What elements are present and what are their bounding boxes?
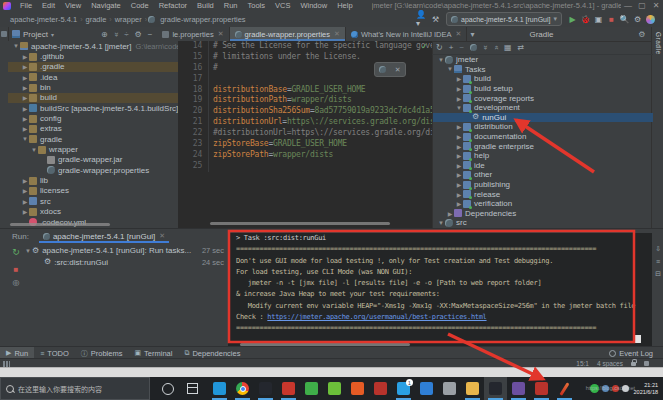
gradle-refresh-icon[interactable]: ↻ — [436, 43, 443, 52]
console-clear-icon[interactable]: ⊟ — [655, 270, 661, 278]
tree-item-documentation[interactable]: ▶documentation — [433, 132, 653, 142]
menu-code[interactable]: Code — [126, 1, 154, 10]
editor-floating-widget[interactable]: ✕ — [374, 62, 406, 77]
cortana-button[interactable] — [162, 383, 174, 395]
tree-item-ide[interactable]: ▶ide — [433, 161, 653, 171]
tree-chevron-icon[interactable]: ▶ — [455, 181, 463, 188]
tree-item-buildsrc-apache-jmeter-5-4-1-buildsrc-[interactable]: ▶buildSrc [apache-jmeter-5.4.1.buildSrc] — [8, 103, 178, 113]
readonly-lock-icon[interactable] — [631, 362, 636, 366]
settings-gear-icon[interactable]: ⚙ — [631, 13, 644, 25]
tree-item-dependencies[interactable]: ▶Dependencies — [433, 209, 653, 219]
tree-item-tasks[interactable]: ▼Tasks — [433, 65, 653, 75]
maximize-button[interactable]: ▢ — [635, 1, 649, 10]
inspections-ok-icon[interactable]: ✓ — [421, 42, 428, 51]
taskbar-app-tim-messenger[interactable]: 1 — [392, 377, 415, 400]
code-with-me-icon[interactable] — [644, 13, 657, 25]
search-everywhere-icon[interactable]: 🔍 — [618, 13, 631, 25]
tree-item-build-setup[interactable]: ▶build setup — [433, 84, 653, 94]
tree-item-distribution[interactable]: ▶distribution — [433, 122, 653, 132]
taskbar-app-red-spiral[interactable] — [277, 377, 300, 400]
tree-item-gradle-enterprise[interactable]: ▶gradle enterprise — [433, 141, 653, 151]
tree-chevron-icon[interactable]: ▶ — [21, 53, 29, 60]
taskbar-app-explorer[interactable] — [461, 377, 484, 400]
rerun-icon[interactable]: ↻ — [12, 247, 20, 257]
project-hscrollbar[interactable] — [10, 223, 110, 226]
gradle-expand-all-icon[interactable]: » — [481, 45, 490, 49]
tab-le-properties[interactable]: le.properties✕ — [157, 27, 229, 41]
locate-file-icon[interactable]: ⊕ — [101, 30, 108, 39]
taskbar-app-green-app[interactable] — [300, 377, 323, 400]
breadcrumb-item[interactable]: gradle — [83, 15, 108, 24]
tree-chevron-icon[interactable]: ▶ — [455, 133, 463, 140]
taskbar-app-fax-gray[interactable] — [438, 377, 461, 400]
tree-chevron-icon[interactable]: ▶ — [455, 171, 463, 178]
gradle-collapse-all-icon[interactable]: » — [491, 45, 500, 49]
tree-item-lib[interactable]: ▶lib — [8, 175, 178, 185]
tree-item-gradle[interactable]: ▼gradle — [8, 134, 178, 144]
taskbar-app-jmeter-feather[interactable] — [553, 377, 576, 400]
best-practices-link[interactable]: https://jmeter.apache.org/usermanual/bes… — [267, 313, 486, 321]
menu-refactor[interactable]: Refactor — [154, 1, 192, 10]
tree-chevron-icon[interactable]: ▶ — [455, 123, 463, 130]
close-button[interactable]: ✕ — [649, 1, 663, 10]
stop-button[interactable]: ■ — [605, 13, 618, 25]
run-tree-row[interactable]: ⚙:src:dist:runGui24 sec — [24, 257, 228, 269]
caret-position[interactable]: 15:1 — [576, 360, 589, 367]
tree-item-release[interactable]: ▶release — [433, 189, 653, 199]
tree-item--github[interactable]: ▶.github — [8, 51, 178, 61]
vcs-user-icon[interactable]: 👤▾ — [416, 13, 429, 25]
tree-chevron-icon[interactable]: ▶ — [21, 177, 29, 184]
task-view-button[interactable] — [187, 383, 198, 394]
tree-item-bin[interactable]: ▶bin — [8, 82, 178, 92]
taskbar-app-notepad-green[interactable] — [323, 377, 346, 400]
project-settings-icon[interactable]: ⚙ — [135, 30, 142, 39]
menu-vcs[interactable]: VCS — [270, 1, 295, 10]
taskbar-app-office-diamond-2[interactable] — [530, 377, 553, 400]
minimize-button[interactable]: — — [621, 1, 635, 10]
tree-chevron-icon[interactable]: ▶ — [21, 187, 29, 194]
taskbar-app-idea-active[interactable] — [484, 377, 507, 400]
run-button[interactable]: ▶ — [566, 13, 579, 25]
tree-item--gradle[interactable]: ▶.gradle — [8, 62, 178, 72]
tab-what-s-new-in-intellij-idea[interactable]: What's New in IntelliJ IDEA✕ — [346, 27, 468, 41]
tree-item-verification[interactable]: ▶verification — [433, 199, 653, 209]
tree-item-other[interactable]: ▶other — [433, 170, 653, 180]
build-hammer-icon[interactable]: ⚒ — [429, 13, 442, 25]
tree-item-licenses[interactable]: ▶licenses — [8, 186, 178, 196]
tree-chevron-icon[interactable]: ▶ — [21, 84, 29, 91]
menu-view[interactable]: View — [60, 1, 86, 10]
tree-chevron-icon[interactable]: ▼ — [437, 220, 445, 226]
tree-item-build[interactable]: ▶build — [8, 93, 178, 103]
gradle-sync-icon[interactable] — [379, 66, 386, 73]
tree-chevron-icon[interactable]: ▼ — [12, 43, 20, 49]
gradle-run-icon[interactable] — [470, 44, 477, 51]
tree-item-gradle-wrapper-jar[interactable]: gradle-wrapper.jar — [8, 155, 178, 165]
tree-chevron-icon[interactable]: ▶ — [21, 198, 29, 205]
tree-chevron-icon[interactable]: ▶ — [455, 191, 463, 198]
tree-chevron-icon[interactable]: ▶ — [455, 143, 463, 150]
run-configuration-select[interactable]: apache-jmeter-5.4.1 [runGui] ▾ — [446, 12, 562, 26]
debug-button[interactable]: 🐞 — [579, 13, 592, 25]
menu-window[interactable]: Window — [295, 1, 332, 10]
taskbar-clock[interactable]: 21:21 2021/6/18 — [634, 382, 658, 395]
tree-item-rungui[interactable]: ⚙runGui — [433, 113, 653, 123]
gradle-add-icon[interactable]: + — [449, 43, 454, 52]
expand-options-icon[interactable]: ÷ — [124, 30, 128, 39]
indent-setting[interactable]: 4 spaces — [597, 360, 623, 367]
gradle-remove-icon[interactable]: − — [459, 43, 464, 52]
run-tab-close-icon[interactable]: ✕ — [159, 232, 165, 240]
taskbar-app-chrome[interactable] — [231, 377, 254, 400]
tab-close-icon[interactable]: ✕ — [334, 30, 340, 38]
tree-chevron-icon[interactable]: ▶ — [455, 75, 463, 82]
tree-chevron-icon[interactable]: ▶ — [21, 105, 29, 112]
hidden-tabs-chevron-icon[interactable]: ▾ — [470, 30, 474, 39]
menu-file[interactable]: File — [15, 1, 37, 10]
breadcrumb-item[interactable]: wrapper — [113, 15, 144, 24]
tree-chevron-icon[interactable]: ▶ — [455, 95, 463, 102]
tree-item-src[interactable]: ▼src — [433, 218, 653, 228]
taskbar-app-gitkraken[interactable] — [507, 377, 530, 400]
gradle-offline-icon[interactable]: ⇄ — [518, 43, 525, 52]
menu-help[interactable]: Help — [332, 1, 357, 10]
tab-close-icon[interactable]: ✕ — [456, 30, 462, 38]
tree-chevron-icon[interactable]: ▶ — [455, 200, 463, 207]
